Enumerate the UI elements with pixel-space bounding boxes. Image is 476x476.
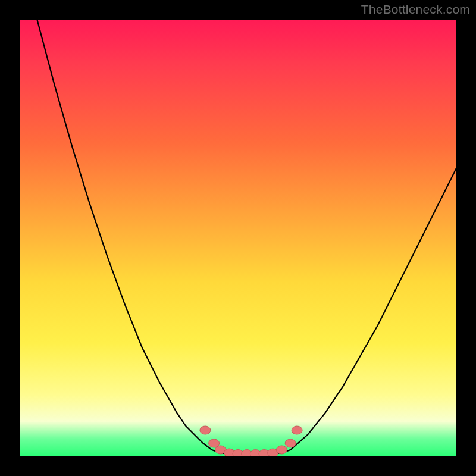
curve-lines <box>37 20 456 454</box>
bottleneck-curve <box>37 20 456 454</box>
valley-marker <box>292 426 302 434</box>
valley-markers <box>200 426 302 456</box>
valley-marker <box>285 439 296 447</box>
valley-marker <box>276 446 287 454</box>
plot-area <box>20 20 456 456</box>
curve-svg <box>20 20 456 456</box>
valley-marker <box>200 426 211 434</box>
chart-frame: TheBottleneck.com <box>0 0 476 476</box>
watermark-text: TheBottleneck.com <box>361 2 470 17</box>
